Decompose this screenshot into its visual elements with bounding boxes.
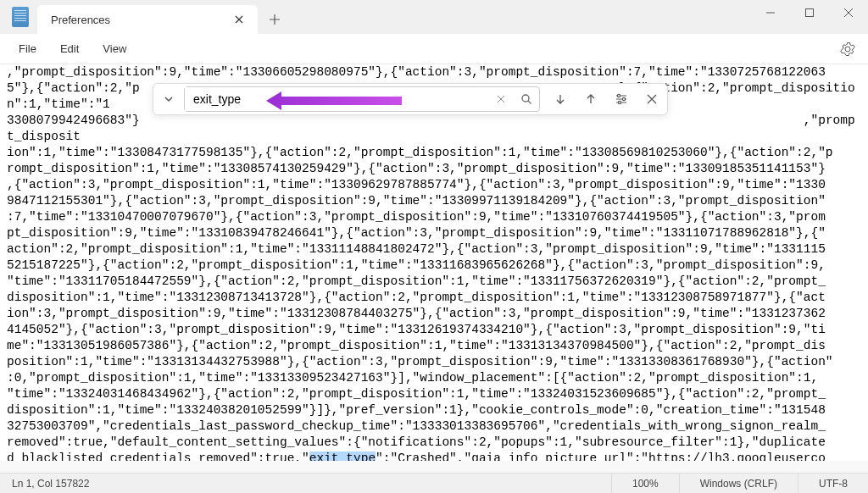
window-close-button[interactable]	[829, 0, 868, 25]
document-text[interactable]: ,"prompt_disposition":9,"time":"13306605…	[7, 64, 861, 461]
status-bar: Ln 1, Col 157822 100% Windows (CRLF) UTF…	[0, 473, 868, 493]
window-controls	[751, 0, 868, 25]
search-icon[interactable]	[514, 87, 539, 111]
tab-preferences[interactable]: Preferences	[37, 5, 258, 34]
maximize-button[interactable]	[790, 0, 829, 25]
find-options-button[interactable]	[606, 84, 637, 114]
add-tab-button[interactable]	[258, 5, 292, 34]
find-close-button[interactable]	[637, 84, 667, 114]
notepad-icon	[12, 7, 29, 27]
menu-view[interactable]: View	[91, 37, 138, 60]
title-bar: Preferences	[0, 0, 868, 34]
svg-point-2	[617, 94, 620, 97]
gear-icon[interactable]	[834, 36, 861, 63]
menu-edit[interactable]: Edit	[48, 37, 91, 60]
close-icon[interactable]	[229, 9, 249, 30]
status-cursor: Ln 1, Col 157822	[0, 478, 611, 490]
status-encoding[interactable]: UTF-8	[798, 474, 868, 493]
svg-point-1	[522, 95, 529, 102]
minimize-button[interactable]	[751, 0, 790, 25]
status-zoom[interactable]: 100%	[611, 474, 679, 493]
svg-rect-0	[806, 9, 814, 17]
tab-title: Preferences	[51, 14, 229, 26]
status-line-ending[interactable]: Windows (CRLF)	[679, 474, 798, 493]
menu-bar: File Edit View	[0, 34, 868, 64]
find-input[interactable]	[185, 87, 488, 111]
chevron-down-icon[interactable]	[153, 84, 184, 114]
editor-area[interactable]: ,"prompt_disposition":9,"time":"13306605…	[0, 64, 868, 461]
search-highlight: exit_type	[309, 451, 376, 461]
find-input-container	[184, 86, 540, 112]
clear-icon[interactable]	[488, 87, 514, 111]
menu-file[interactable]: File	[7, 37, 48, 60]
svg-point-4	[618, 101, 620, 103]
find-prev-button[interactable]	[576, 84, 606, 114]
tab-strip: Preferences	[37, 0, 292, 34]
svg-point-3	[622, 97, 625, 100]
find-next-button[interactable]	[545, 84, 576, 114]
find-bar	[153, 83, 668, 115]
